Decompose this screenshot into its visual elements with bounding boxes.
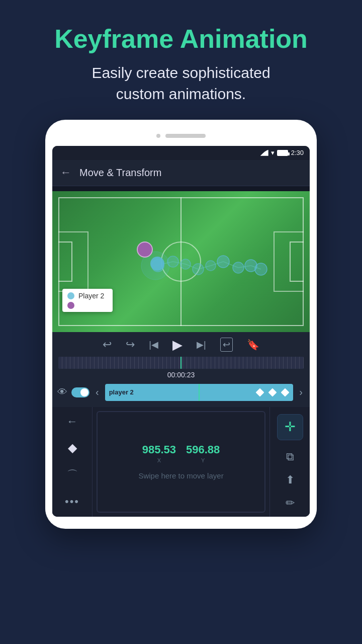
right-panel: ✛ ⧉ ⬆ ✏ (269, 407, 310, 517)
phone-speaker (165, 134, 206, 138)
bottom-controls: ← ◆ ⌒ ••• 985.53 X 596.88 Y Swipe he (52, 407, 310, 517)
scrubber-area[interactable] (58, 357, 304, 369)
tooltip-dot-blue (67, 292, 74, 299)
x-label: X (142, 457, 176, 463)
coord-row: 985.53 X 596.88 Y (142, 443, 220, 463)
penalty-right (274, 231, 304, 292)
control-buttons: ↩ ↪ |◀ ▶ ▶| ↩ 🔖 (52, 337, 310, 353)
track-needle (199, 384, 200, 401)
page-title: Keyframe Animation (30, 24, 332, 54)
start-button[interactable]: |◀ (149, 339, 158, 350)
back-icon-button[interactable]: ← (67, 415, 78, 428)
player-purple-dot (137, 242, 153, 258)
x-coordinate: 985.53 (142, 443, 176, 456)
status-time: 2:30 (291, 149, 304, 156)
phone-mockup: ▾ 2:30 ← Move & Transform (45, 120, 317, 529)
video-area: Player 2 (52, 191, 310, 332)
player-tooltip: Player 2 (62, 289, 113, 312)
battery-icon (277, 150, 288, 156)
y-coordinate: 596.88 (186, 443, 220, 456)
keyframe-marker-3 (281, 388, 290, 396)
tooltip-player-label: Player 2 (78, 292, 104, 300)
toggle-button[interactable] (71, 387, 89, 397)
page-header: Keyframe Animation Easily create sophist… (0, 0, 362, 120)
status-bar: ▾ 2:30 (52, 146, 310, 160)
track-prev-button[interactable]: ‹ (94, 386, 101, 398)
add-keyframe-button[interactable]: 🔖 (247, 339, 259, 351)
y-label: Y (186, 457, 220, 463)
track-bar[interactable]: player 2 (105, 384, 294, 401)
end-button[interactable]: ▶| (197, 339, 206, 350)
tooltip-dot-purple (67, 302, 74, 309)
field-center-circle (161, 242, 201, 282)
phone-camera-bar (52, 129, 310, 143)
swipe-hint: Swipe here to move layer (138, 471, 223, 480)
export-icon-button[interactable]: ⬆ (286, 473, 295, 487)
signal-icon (260, 150, 268, 156)
back-button[interactable]: ← (60, 166, 71, 179)
diamond-icon-button[interactable]: ◆ (68, 441, 77, 455)
redo-button[interactable]: ↪ (126, 338, 135, 351)
scrubber-head (180, 357, 182, 369)
keyframe-marker-2 (268, 388, 277, 396)
move-button[interactable]: ✛ (277, 414, 303, 440)
wifi-icon: ▾ (271, 149, 275, 156)
field-bg: Player 2 (52, 191, 310, 332)
more-icon-button[interactable]: ••• (65, 495, 79, 508)
time-display: 00:00:23 (52, 371, 310, 379)
keyframe-marker-1 (256, 388, 264, 396)
eye-icon[interactable]: 👁 (57, 386, 67, 398)
center-panel[interactable]: 985.53 X 596.88 Y Swipe here to move lay… (97, 411, 265, 513)
screen: ▾ 2:30 ← Move & Transform (52, 146, 310, 517)
page-subtitle: Easily create sophisticatedcustom animat… (30, 62, 332, 105)
curve-icon-button[interactable]: ⌒ (67, 467, 78, 482)
penalty-left (58, 231, 88, 292)
app-bar-title: Move & Transform (79, 167, 161, 179)
status-icons: ▾ (260, 149, 288, 156)
play-button[interactable]: ▶ (172, 337, 183, 353)
timeline-controls: ↩ ↪ |◀ ▶ ▶| ↩ 🔖 00:00:23 👁 ‹ player 2 (52, 332, 310, 407)
player-blue-dot (150, 257, 164, 271)
track-next-button[interactable]: › (297, 386, 305, 398)
move-icon: ✛ (285, 419, 296, 435)
left-panel: ← ◆ ⌒ ••• (52, 407, 93, 517)
track-row: 👁 ‹ player 2 › (52, 381, 310, 404)
dark-strip (52, 186, 310, 191)
app-bar: ← Move & Transform (52, 160, 310, 186)
loop-button[interactable]: ↩ (220, 338, 233, 352)
edit-icon-button[interactable]: ✏ (286, 497, 295, 510)
undo-button[interactable]: ↩ (103, 338, 112, 351)
track-label: player 2 (109, 388, 134, 396)
copy-icon-button[interactable]: ⧉ (286, 450, 294, 463)
camera-dot (156, 134, 160, 138)
